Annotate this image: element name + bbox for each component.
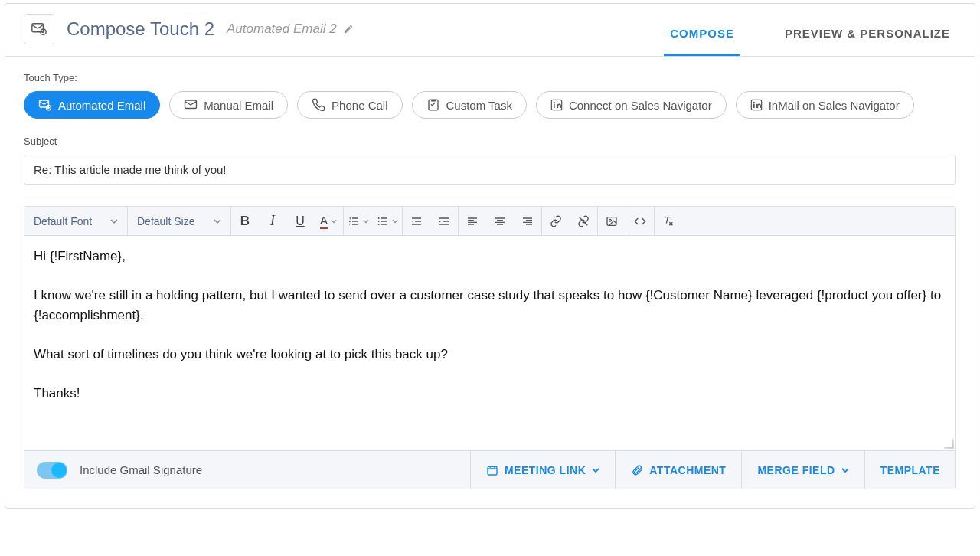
bold-button[interactable]: B — [231, 207, 259, 235]
chevron-down-icon — [110, 217, 118, 225]
editor-toolbar: Default Font Default Size B I U A — [24, 207, 956, 236]
chevron-down-icon — [841, 466, 849, 474]
template-button[interactable]: TEMPLATE — [864, 451, 956, 489]
header: Compose Touch 2 Automated Email 2 COMPOS… — [5, 4, 975, 57]
compose-card: Compose Touch 2 Automated Email 2 COMPOS… — [5, 3, 975, 509]
unordered-list-button[interactable] — [373, 207, 402, 235]
chevron-down-icon — [592, 466, 599, 474]
link-button[interactable] — [542, 207, 570, 235]
image-button[interactable] — [598, 207, 626, 235]
body-line: What sort of timelines do you think we'r… — [34, 345, 946, 365]
align-left-button[interactable] — [459, 207, 486, 235]
task-icon — [426, 98, 440, 112]
paperclip-icon — [631, 464, 643, 476]
pill-phone-call[interactable]: Phone Call — [297, 91, 402, 119]
svg-point-8 — [554, 102, 555, 103]
chevron-down-icon — [363, 218, 369, 224]
signature-label: Include Gmail Signature — [80, 463, 202, 476]
svg-rect-17 — [488, 466, 497, 475]
outdent-button[interactable] — [403, 207, 430, 235]
italic-button[interactable]: I — [259, 207, 286, 235]
merge-field-button[interactable]: MERGE FIELD — [741, 451, 864, 489]
body-line — [34, 325, 946, 345]
svg-rect-10 — [753, 104, 755, 108]
chevron-down-icon — [331, 218, 337, 224]
page-title: Compose Touch 2 — [67, 18, 214, 40]
align-center-button[interactable] — [486, 207, 514, 235]
resize-handle-icon[interactable] — [943, 438, 954, 449]
indent-button[interactable] — [430, 207, 458, 235]
align-right-button[interactable] — [514, 207, 541, 235]
pill-custom-task[interactable]: Custom Task — [412, 91, 527, 119]
linkedin-icon — [550, 99, 563, 111]
email-icon — [184, 98, 198, 112]
signature-toggle[interactable] — [37, 462, 67, 479]
edit-title-icon[interactable] — [343, 24, 354, 34]
underline-button[interactable]: U — [286, 207, 314, 235]
touch-type-label: Touch Type: — [24, 72, 956, 83]
subject-input[interactable] — [24, 155, 956, 185]
svg-rect-0 — [32, 24, 44, 32]
body-line: Thanks! — [34, 384, 946, 404]
ordered-list-button[interactable] — [344, 207, 373, 235]
tabs: COMPOSE PREVIEW & PERSONALIZE — [664, 13, 956, 56]
size-select[interactable]: Default Size — [128, 207, 231, 235]
chevron-down-icon — [214, 217, 221, 225]
body-line — [34, 364, 946, 384]
pill-inmail-sales-navigator[interactable]: InMail on Sales Navigator — [736, 91, 914, 119]
svg-rect-7 — [554, 104, 555, 108]
body-line: Hi {!FirstName}, — [34, 247, 946, 267]
touch-icon — [24, 14, 54, 44]
phone-icon — [312, 98, 325, 112]
page-subtitle: Automated Email 2 — [227, 21, 354, 37]
body-line: I know we're still in a holding pattern,… — [34, 286, 946, 325]
linkedin-icon — [750, 99, 763, 111]
pill-manual-email[interactable]: Manual Email — [169, 91, 288, 119]
body-line — [34, 267, 946, 286]
svg-point-14 — [378, 224, 380, 225]
svg-point-16 — [609, 219, 612, 221]
chevron-down-icon — [392, 218, 398, 224]
meeting-link-button[interactable]: MEETING LINK — [470, 451, 615, 489]
editor-footer: Include Gmail Signature MEETING LINK ATT… — [24, 450, 956, 489]
attachment-button[interactable]: ATTACHMENT — [615, 451, 741, 489]
subject-label: Subject — [24, 136, 956, 147]
svg-point-11 — [753, 102, 755, 103]
svg-point-12 — [378, 217, 380, 219]
font-select[interactable]: Default Font — [24, 207, 128, 235]
code-button[interactable] — [626, 207, 654, 235]
svg-point-13 — [378, 221, 380, 222]
unlink-button[interactable] — [570, 207, 597, 235]
tab-preview[interactable]: PREVIEW & PERSONALIZE — [779, 13, 956, 56]
editor: Default Font Default Size B I U A — [24, 206, 956, 489]
email-auto-icon — [38, 98, 52, 112]
clear-formatting-button[interactable] — [655, 207, 682, 235]
calendar-icon — [486, 464, 498, 476]
pill-connect-sales-navigator[interactable]: Connect on Sales Navigator — [536, 91, 727, 119]
editor-body[interactable]: Hi {!FirstName}, I know we're still in a… — [24, 236, 956, 450]
pill-automated-email[interactable]: Automated Email — [24, 91, 160, 119]
tab-compose[interactable]: COMPOSE — [664, 13, 740, 56]
text-color-button[interactable]: A — [314, 207, 343, 235]
touch-type-pills: Automated Email Manual Email Phone Call … — [24, 91, 956, 119]
